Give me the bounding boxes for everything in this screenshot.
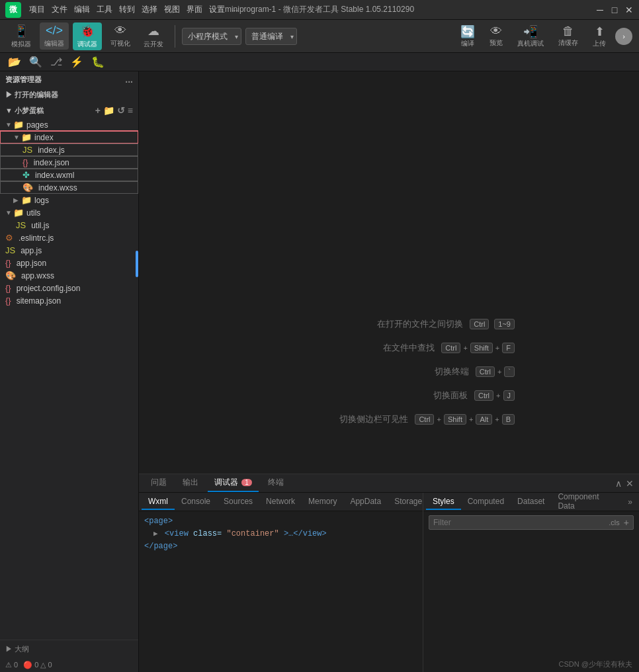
tree-item-index[interactable]: ▼ 📁 index bbox=[0, 131, 138, 144]
upload-button[interactable]: ⬆ 上传 bbox=[587, 23, 611, 50]
tab-problems[interactable]: 问题 bbox=[144, 474, 173, 492]
dt-tab-console[interactable]: Console bbox=[175, 494, 217, 510]
xml-collapse-arrow[interactable]: ▶ bbox=[153, 530, 158, 538]
st-tab-computed[interactable]: Computed bbox=[461, 494, 511, 510]
minimize-button[interactable]: ─ bbox=[595, 5, 605, 15]
more-button[interactable]: › bbox=[615, 28, 632, 45]
shortcut-keys-terminal: Ctrl + ` bbox=[476, 366, 515, 377]
file-icon-index-wxml: ✤ bbox=[22, 170, 30, 180]
menu-project[interactable]: 项目 bbox=[29, 4, 45, 15]
visualize-label: 可视化 bbox=[110, 39, 130, 48]
st-tab-dataset[interactable]: Dataset bbox=[511, 494, 551, 510]
compile-select[interactable]: 普通编译 bbox=[245, 28, 297, 45]
tree-item-eslintrc[interactable]: ⚙ .eslintrc.js bbox=[0, 231, 138, 244]
menu-view[interactable]: 视图 bbox=[164, 4, 180, 15]
close-button[interactable]: ✕ bbox=[624, 5, 634, 15]
main-toolbar: 📱 模拟器 </> 编辑器 🐞 调试器 👁 可视化 ☁ 云开发 小程序模式 普通… bbox=[0, 20, 639, 53]
panel-collapse-icon[interactable]: ∧ bbox=[615, 478, 622, 489]
app-logo: 微 bbox=[5, 2, 21, 18]
arrow-utils: ▼ bbox=[5, 209, 12, 216]
clearcache-button[interactable]: 🗑 清缓存 bbox=[553, 23, 583, 49]
preview-button[interactable]: 👁 预览 bbox=[484, 23, 508, 49]
panel-close-icon[interactable]: ✕ bbox=[626, 478, 634, 489]
st-tab-component-data[interactable]: Component Data bbox=[551, 489, 624, 515]
styles-more-icon[interactable]: » bbox=[624, 495, 636, 509]
tree-item-sitemap[interactable]: {} sitemap.json bbox=[0, 294, 138, 307]
shortcut-label-switch: 在打开的文件之间切换 bbox=[377, 318, 463, 330]
dt-tab-wxml[interactable]: Wxml bbox=[142, 494, 175, 510]
open-editors-header[interactable]: ▶ 打开的编辑器 bbox=[0, 87, 138, 103]
tree-item-project-config[interactable]: {} project.config.json bbox=[0, 282, 138, 294]
tree-item-index-json[interactable]: {} index.json bbox=[0, 156, 138, 169]
tab-debugger[interactable]: 调试器 1 bbox=[208, 474, 259, 492]
xml-attr-class: class= bbox=[193, 529, 222, 538]
sidebar-scrollbar[interactable] bbox=[136, 251, 138, 277]
kbd-ctrl-3: Ctrl bbox=[476, 366, 495, 377]
wxml-content: <page> ▶ <view class= "container" >…</vi… bbox=[139, 511, 423, 672]
editor-button[interactable]: </> 编辑器 bbox=[40, 22, 69, 50]
realtest-button[interactable]: 📲 真机调试 bbox=[512, 23, 549, 50]
visualize-button[interactable]: 👁 可视化 bbox=[106, 22, 135, 50]
kbd-ctrl-2: Ctrl bbox=[441, 343, 460, 353]
menu-interface[interactable]: 界面 bbox=[187, 4, 202, 15]
simulator-button[interactable]: 📱 模拟器 bbox=[7, 22, 36, 50]
kbd-b: B bbox=[502, 414, 515, 425]
tree-item-app-js[interactable]: JS app.js bbox=[0, 244, 138, 257]
compile-button[interactable]: 🔄 编译 bbox=[455, 23, 480, 50]
kbd-alt: Alt bbox=[476, 414, 492, 425]
new-folder-icon[interactable]: 📁 bbox=[103, 105, 114, 116]
search-icon[interactable]: 🔍 bbox=[26, 54, 45, 69]
debugger-button[interactable]: 🐞 调试器 bbox=[73, 22, 102, 50]
tree-item-logs[interactable]: ▶ 📁 logs bbox=[0, 194, 138, 206]
tree-item-util-js[interactable]: JS util.js bbox=[0, 219, 138, 231]
xml-line-page-close: </page> bbox=[144, 540, 417, 553]
shortcut-label-find: 在文件中查找 bbox=[383, 342, 435, 354]
menu-select[interactable]: 选择 bbox=[142, 4, 157, 15]
filter-input[interactable] bbox=[433, 518, 605, 527]
tree-item-app-wxss[interactable]: 🎨 app.wxss bbox=[0, 269, 138, 282]
menu-edit[interactable]: 编辑 bbox=[74, 4, 90, 15]
debug-icon[interactable]: 🐛 bbox=[89, 54, 107, 69]
styles-panel: Styles Computed Dataset Component Data »… bbox=[423, 493, 639, 672]
tab-output[interactable]: 输出 bbox=[176, 474, 205, 492]
tab-terminal[interactable]: 终端 bbox=[261, 474, 290, 492]
mode-select[interactable]: 小程序模式 bbox=[182, 28, 241, 45]
source-control-icon[interactable]: ⎇ bbox=[48, 54, 65, 69]
filter-add-button[interactable]: + bbox=[624, 517, 629, 528]
tree-item-app-json[interactable]: {} app.json bbox=[0, 257, 138, 269]
outline-header: ▶ 大纲 bbox=[0, 640, 138, 658]
tree-item-index-js[interactable]: JS index.js bbox=[0, 144, 138, 156]
dt-tab-sources[interactable]: Sources bbox=[217, 494, 259, 510]
refresh-tree-icon[interactable]: ↺ bbox=[117, 105, 125, 116]
panel-controls: ∧ ✕ bbox=[615, 478, 634, 489]
tree-item-utils[interactable]: ▼ 📁 utils bbox=[0, 206, 138, 219]
file-icon-index-wxss: 🎨 bbox=[22, 183, 33, 192]
kbd-backtick: ` bbox=[504, 366, 515, 377]
new-file-icon[interactable]: + bbox=[95, 105, 101, 116]
menu-tools[interactable]: 工具 bbox=[97, 4, 112, 15]
cloud-button[interactable]: ☁ 云开发 bbox=[139, 22, 168, 50]
menu-settings[interactable]: 设置 bbox=[209, 4, 225, 15]
dt-tab-network[interactable]: Network bbox=[259, 494, 302, 510]
collapse-all-icon[interactable]: ≡ bbox=[128, 105, 133, 116]
refresh-icon: 🔄 bbox=[460, 24, 475, 39]
bottom-panel-body: Wxml Console Sources Network Memory AppD… bbox=[139, 493, 639, 672]
project-header[interactable]: ▼ 小梦蛋糕 + 📁 ↺ ≡ bbox=[0, 103, 138, 118]
files-icon[interactable]: 📂 bbox=[5, 54, 24, 69]
xml-line-view[interactable]: ▶ <view class= "container" >…</view> bbox=[144, 528, 417, 540]
maximize-button[interactable]: □ bbox=[610, 5, 619, 15]
toolbar-right: 🔄 编译 👁 预览 📲 真机调试 🗑 清缓存 ⬆ 上传 › bbox=[455, 23, 632, 50]
menu-file[interactable]: 文件 bbox=[52, 4, 67, 15]
st-tab-styles[interactable]: Styles bbox=[426, 494, 461, 510]
menu-goto[interactable]: 转到 bbox=[119, 4, 135, 15]
tree-item-index-wxml[interactable]: ✤ index.wxml bbox=[0, 169, 138, 181]
extensions-icon[interactable]: ⚡ bbox=[67, 54, 86, 69]
filter-cls-button[interactable]: .cls bbox=[609, 519, 620, 526]
dt-tab-storage[interactable]: Storage bbox=[388, 494, 423, 510]
tree-item-index-wxss[interactable]: 🎨 index.wxss bbox=[0, 181, 138, 194]
dt-tab-memory[interactable]: Memory bbox=[302, 494, 343, 510]
styles-tabs: Styles Computed Dataset Component Data » bbox=[423, 493, 639, 511]
dt-tab-appdata[interactable]: AppData bbox=[343, 494, 388, 510]
explorer-more[interactable]: ... bbox=[125, 74, 133, 85]
tree-item-pages[interactable]: ▼ 📁 pages bbox=[0, 118, 138, 131]
